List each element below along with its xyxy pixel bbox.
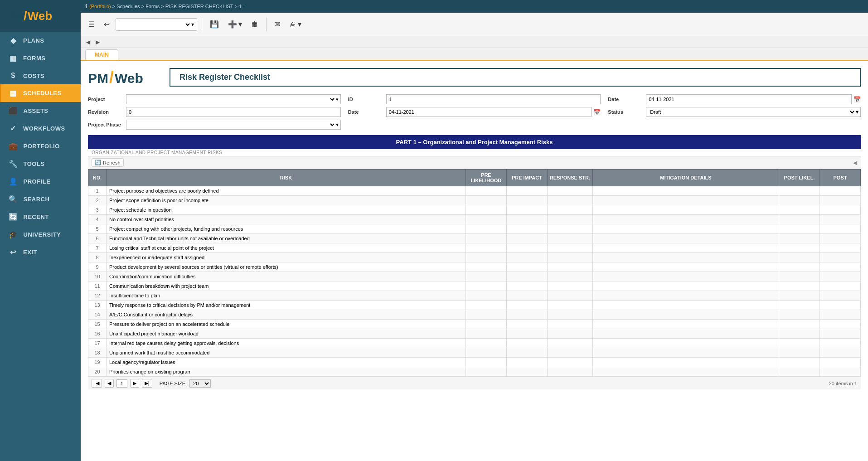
- row-pre-impact[interactable]: [506, 339, 547, 348]
- sidebar-item-assets[interactable]: ⬛ ASSETS: [0, 102, 81, 120]
- row-post-likely[interactable]: [779, 348, 820, 358]
- row-pre-impact[interactable]: [506, 329, 547, 339]
- row-pre-likelihood[interactable]: [466, 253, 506, 262]
- row-pre-impact[interactable]: [506, 291, 547, 301]
- row-post-impact[interactable]: [820, 262, 861, 272]
- menu-button[interactable]: ☰: [85, 18, 98, 31]
- phase-select[interactable]: [128, 121, 336, 128]
- row-pre-impact[interactable]: [506, 320, 547, 329]
- sidebar-item-costs[interactable]: $ COSTS: [0, 67, 81, 84]
- row-mitigation[interactable]: [592, 348, 779, 358]
- revision-input[interactable]: [126, 107, 341, 117]
- sidebar-item-university[interactable]: 🎓 UNIVERSITY: [0, 226, 81, 243]
- row-pre-likelihood[interactable]: [466, 186, 506, 196]
- row-post-impact[interactable]: [820, 272, 861, 281]
- project-select[interactable]: [128, 96, 336, 102]
- row-pre-impact[interactable]: [506, 367, 547, 377]
- row-pre-impact[interactable]: [506, 186, 547, 196]
- row-post-likely[interactable]: [779, 186, 820, 196]
- row-post-impact[interactable]: [820, 281, 861, 291]
- row-pre-impact[interactable]: [506, 253, 547, 262]
- table-row[interactable]: 3 Project schedule in question: [88, 205, 861, 215]
- delete-button[interactable]: 🗑: [248, 18, 262, 31]
- row-post-likely[interactable]: [779, 262, 820, 272]
- row-response-str[interactable]: [547, 310, 592, 320]
- row-pre-likelihood[interactable]: [466, 243, 506, 253]
- print-button[interactable]: 🖨 ▾: [286, 18, 305, 31]
- table-row[interactable]: 4 No control over staff priorities: [88, 215, 861, 224]
- row-post-impact[interactable]: [820, 310, 861, 320]
- calendar1-icon[interactable]: 📅: [853, 96, 861, 103]
- email-button[interactable]: ✉: [271, 18, 283, 31]
- row-mitigation[interactable]: [592, 281, 779, 291]
- row-response-str[interactable]: [547, 196, 592, 205]
- refresh-button[interactable]: 🔄 Refresh: [92, 158, 124, 167]
- table-row[interactable]: 7 Losing critical staff at crucial point…: [88, 243, 861, 253]
- row-mitigation[interactable]: [592, 291, 779, 301]
- tab-main[interactable]: MAIN: [85, 49, 118, 60]
- table-row[interactable]: 14 A/E/C Consultant or contractor delays: [88, 310, 861, 320]
- row-pre-impact[interactable]: [506, 272, 547, 281]
- row-pre-likelihood[interactable]: [466, 262, 506, 272]
- row-pre-impact[interactable]: [506, 262, 547, 272]
- row-mitigation[interactable]: [592, 186, 779, 196]
- row-pre-impact[interactable]: [506, 281, 547, 291]
- row-response-str[interactable]: [547, 301, 592, 310]
- row-response-str[interactable]: [547, 291, 592, 301]
- row-pre-likelihood[interactable]: [466, 320, 506, 329]
- row-pre-likelihood[interactable]: [466, 358, 506, 367]
- sidebar-item-forms[interactable]: ▦ FORMS: [0, 49, 81, 67]
- row-post-likely[interactable]: [779, 196, 820, 205]
- table-row[interactable]: 19 Local agency/regulator issues: [88, 358, 861, 367]
- workflow-select[interactable]: [119, 21, 191, 28]
- row-post-impact[interactable]: [820, 234, 861, 243]
- row-post-likely[interactable]: [779, 301, 820, 310]
- row-mitigation[interactable]: [592, 329, 779, 339]
- nav-left-arrow[interactable]: ◀: [84, 38, 92, 46]
- row-pre-impact[interactable]: [506, 358, 547, 367]
- row-mitigation[interactable]: [592, 310, 779, 320]
- row-pre-likelihood[interactable]: [466, 234, 506, 243]
- save-button[interactable]: 💾: [207, 18, 222, 31]
- table-row[interactable]: 8 Inexperienced or inadequate staff assi…: [88, 253, 861, 262]
- row-response-str[interactable]: [547, 215, 592, 224]
- row-post-impact[interactable]: [820, 329, 861, 339]
- row-post-likely[interactable]: [779, 320, 820, 329]
- row-pre-impact[interactable]: [506, 243, 547, 253]
- row-mitigation[interactable]: [592, 339, 779, 348]
- row-post-likely[interactable]: [779, 329, 820, 339]
- row-mitigation[interactable]: [592, 262, 779, 272]
- table-row[interactable]: 6 Functional and Technical labor units n…: [88, 234, 861, 243]
- row-mitigation[interactable]: [592, 367, 779, 377]
- row-post-impact[interactable]: [820, 224, 861, 234]
- row-pre-likelihood[interactable]: [466, 272, 506, 281]
- row-response-str[interactable]: [547, 234, 592, 243]
- table-row[interactable]: 20 Priorities change on existing program: [88, 367, 861, 377]
- row-pre-likelihood[interactable]: [466, 281, 506, 291]
- row-response-str[interactable]: [547, 253, 592, 262]
- row-response-str[interactable]: [547, 358, 592, 367]
- sidebar-item-plans[interactable]: ◆ PLANS: [0, 32, 81, 49]
- row-post-impact[interactable]: [820, 367, 861, 377]
- row-response-str[interactable]: [547, 367, 592, 377]
- workflow-dropdown[interactable]: ▾: [116, 18, 197, 31]
- sidebar-item-exit[interactable]: ↩ EXIT: [0, 243, 81, 261]
- table-row[interactable]: 17 Internal red tape causes delay gettin…: [88, 339, 861, 348]
- row-post-likely[interactable]: [779, 281, 820, 291]
- table-row[interactable]: 12 Insufficient time to plan: [88, 291, 861, 301]
- table-row[interactable]: 1 Project purpose and objectives are poo…: [88, 186, 861, 196]
- row-post-likely[interactable]: [779, 272, 820, 281]
- row-pre-likelihood[interactable]: [466, 205, 506, 215]
- row-response-str[interactable]: [547, 320, 592, 329]
- row-pre-likelihood[interactable]: [466, 215, 506, 224]
- table-row[interactable]: 10 Coordination/communication difficulti…: [88, 272, 861, 281]
- row-post-impact[interactable]: [820, 243, 861, 253]
- table-row[interactable]: 13 Timely response to critical decisions…: [88, 301, 861, 310]
- table-row[interactable]: 11 Communication breakdown with project …: [88, 281, 861, 291]
- row-pre-impact[interactable]: [506, 224, 547, 234]
- table-row[interactable]: 2 Project scope definition is poor or in…: [88, 196, 861, 205]
- info-icon[interactable]: ℹ: [85, 3, 87, 10]
- phase-select-wrapper[interactable]: ▾: [126, 120, 341, 130]
- row-post-likely[interactable]: [779, 205, 820, 215]
- row-mitigation[interactable]: [592, 272, 779, 281]
